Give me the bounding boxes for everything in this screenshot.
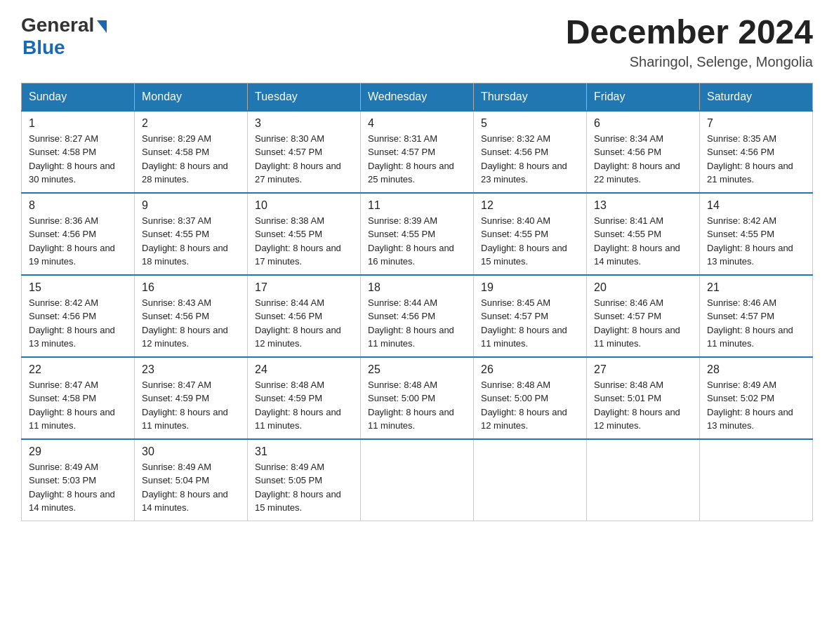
day-number: 15 — [29, 281, 127, 294]
day-number: 2 — [142, 117, 240, 130]
day-info: Sunrise: 8:47 AMSunset: 4:58 PMDaylight:… — [29, 380, 115, 431]
day-info: Sunrise: 8:49 AMSunset: 5:05 PMDaylight:… — [255, 462, 341, 514]
day-info: Sunrise: 8:42 AMSunset: 4:55 PMDaylight:… — [707, 215, 793, 267]
day-info: Sunrise: 8:34 AMSunset: 4:56 PMDaylight:… — [594, 133, 680, 185]
calendar-header-wednesday: Wednesday — [361, 83, 474, 111]
calendar-cell — [361, 439, 474, 521]
day-info: Sunrise: 8:37 AMSunset: 4:55 PMDaylight:… — [142, 215, 228, 267]
day-number: 7 — [707, 117, 805, 130]
calendar-cell: 3 Sunrise: 8:30 AMSunset: 4:57 PMDayligh… — [248, 111, 361, 193]
calendar-header-thursday: Thursday — [474, 83, 587, 111]
logo: General Blue — [21, 14, 107, 59]
calendar-table: SundayMondayTuesdayWednesdayThursdayFrid… — [21, 83, 813, 521]
month-title: December 2024 — [566, 14, 813, 51]
calendar-cell: 17 Sunrise: 8:44 AMSunset: 4:56 PMDaylig… — [248, 275, 361, 357]
day-info: Sunrise: 8:40 AMSunset: 4:55 PMDaylight:… — [481, 215, 567, 267]
day-info: Sunrise: 8:49 AMSunset: 5:03 PMDaylight:… — [29, 462, 115, 514]
day-info: Sunrise: 8:49 AMSunset: 5:04 PMDaylight:… — [142, 462, 228, 514]
day-number: 6 — [594, 117, 692, 130]
calendar-cell: 24 Sunrise: 8:48 AMSunset: 4:59 PMDaylig… — [248, 357, 361, 439]
day-info: Sunrise: 8:48 AMSunset: 5:01 PMDaylight:… — [594, 380, 680, 431]
logo-arrow-icon — [97, 20, 107, 33]
day-number: 20 — [594, 281, 692, 294]
day-number: 1 — [29, 117, 127, 130]
day-info: Sunrise: 8:32 AMSunset: 4:56 PMDaylight:… — [481, 133, 567, 185]
day-number: 28 — [707, 363, 805, 376]
calendar-cell: 30 Sunrise: 8:49 AMSunset: 5:04 PMDaylig… — [135, 439, 248, 521]
day-number: 25 — [368, 363, 466, 376]
day-number: 5 — [481, 117, 579, 130]
calendar-cell: 27 Sunrise: 8:48 AMSunset: 5:01 PMDaylig… — [587, 357, 700, 439]
day-info: Sunrise: 8:43 AMSunset: 4:56 PMDaylight:… — [142, 297, 228, 349]
calendar-cell: 16 Sunrise: 8:43 AMSunset: 4:56 PMDaylig… — [135, 275, 248, 357]
day-info: Sunrise: 8:44 AMSunset: 4:56 PMDaylight:… — [255, 297, 341, 349]
calendar-cell — [700, 439, 813, 521]
calendar-cell: 14 Sunrise: 8:42 AMSunset: 4:55 PMDaylig… — [700, 193, 813, 275]
calendar-header-monday: Monday — [135, 83, 248, 111]
calendar-cell: 21 Sunrise: 8:46 AMSunset: 4:57 PMDaylig… — [700, 275, 813, 357]
calendar-cell: 23 Sunrise: 8:47 AMSunset: 4:59 PMDaylig… — [135, 357, 248, 439]
day-info: Sunrise: 8:42 AMSunset: 4:56 PMDaylight:… — [29, 297, 115, 349]
day-info: Sunrise: 8:36 AMSunset: 4:56 PMDaylight:… — [29, 215, 115, 267]
day-info: Sunrise: 8:41 AMSunset: 4:55 PMDaylight:… — [594, 215, 680, 267]
day-info: Sunrise: 8:45 AMSunset: 4:57 PMDaylight:… — [481, 297, 567, 349]
calendar-cell: 12 Sunrise: 8:40 AMSunset: 4:55 PMDaylig… — [474, 193, 587, 275]
day-number: 26 — [481, 363, 579, 376]
calendar-cell: 10 Sunrise: 8:38 AMSunset: 4:55 PMDaylig… — [248, 193, 361, 275]
calendar-cell: 25 Sunrise: 8:48 AMSunset: 5:00 PMDaylig… — [361, 357, 474, 439]
day-info: Sunrise: 8:29 AMSunset: 4:58 PMDaylight:… — [142, 133, 228, 185]
calendar-header-tuesday: Tuesday — [248, 83, 361, 111]
location-subtitle: Sharingol, Selenge, Mongolia — [566, 54, 813, 70]
calendar-cell: 9 Sunrise: 8:37 AMSunset: 4:55 PMDayligh… — [135, 193, 248, 275]
calendar-week-row-4: 22 Sunrise: 8:47 AMSunset: 4:58 PMDaylig… — [22, 357, 813, 439]
logo-blue-text: Blue — [22, 36, 65, 59]
day-number: 10 — [255, 199, 353, 212]
day-number: 18 — [368, 281, 466, 294]
calendar-cell: 19 Sunrise: 8:45 AMSunset: 4:57 PMDaylig… — [474, 275, 587, 357]
calendar-header-friday: Friday — [587, 83, 700, 111]
calendar-cell: 8 Sunrise: 8:36 AMSunset: 4:56 PMDayligh… — [22, 193, 135, 275]
calendar-week-row-3: 15 Sunrise: 8:42 AMSunset: 4:56 PMDaylig… — [22, 275, 813, 357]
day-number: 19 — [481, 281, 579, 294]
day-info: Sunrise: 8:47 AMSunset: 4:59 PMDaylight:… — [142, 380, 228, 431]
calendar-cell: 22 Sunrise: 8:47 AMSunset: 4:58 PMDaylig… — [22, 357, 135, 439]
calendar-cell: 15 Sunrise: 8:42 AMSunset: 4:56 PMDaylig… — [22, 275, 135, 357]
day-number: 27 — [594, 363, 692, 376]
calendar-cell: 26 Sunrise: 8:48 AMSunset: 5:00 PMDaylig… — [474, 357, 587, 439]
page-header: General Blue December 2024 Sharingol, Se… — [21, 14, 813, 70]
day-info: Sunrise: 8:39 AMSunset: 4:55 PMDaylight:… — [368, 215, 454, 267]
calendar-week-row-1: 1 Sunrise: 8:27 AMSunset: 4:58 PMDayligh… — [22, 111, 813, 193]
calendar-cell: 6 Sunrise: 8:34 AMSunset: 4:56 PMDayligh… — [587, 111, 700, 193]
day-number: 9 — [142, 199, 240, 212]
calendar-cell: 4 Sunrise: 8:31 AMSunset: 4:57 PMDayligh… — [361, 111, 474, 193]
calendar-cell: 31 Sunrise: 8:49 AMSunset: 5:05 PMDaylig… — [248, 439, 361, 521]
calendar-cell: 29 Sunrise: 8:49 AMSunset: 5:03 PMDaylig… — [22, 439, 135, 521]
day-info: Sunrise: 8:35 AMSunset: 4:56 PMDaylight:… — [707, 133, 793, 185]
calendar-header-saturday: Saturday — [700, 83, 813, 111]
calendar-header-sunday: Sunday — [22, 83, 135, 111]
day-number: 13 — [594, 199, 692, 212]
day-number: 29 — [29, 445, 127, 458]
day-info: Sunrise: 8:44 AMSunset: 4:56 PMDaylight:… — [368, 297, 454, 349]
day-number: 23 — [142, 363, 240, 376]
day-info: Sunrise: 8:48 AMSunset: 5:00 PMDaylight:… — [481, 380, 567, 431]
day-number: 30 — [142, 445, 240, 458]
calendar-cell — [474, 439, 587, 521]
day-info: Sunrise: 8:46 AMSunset: 4:57 PMDaylight:… — [594, 297, 680, 349]
calendar-cell: 13 Sunrise: 8:41 AMSunset: 4:55 PMDaylig… — [587, 193, 700, 275]
day-info: Sunrise: 8:27 AMSunset: 4:58 PMDaylight:… — [29, 133, 115, 185]
calendar-cell: 11 Sunrise: 8:39 AMSunset: 4:55 PMDaylig… — [361, 193, 474, 275]
day-number: 22 — [29, 363, 127, 376]
calendar-week-row-5: 29 Sunrise: 8:49 AMSunset: 5:03 PMDaylig… — [22, 439, 813, 521]
day-number: 24 — [255, 363, 353, 376]
day-info: Sunrise: 8:30 AMSunset: 4:57 PMDaylight:… — [255, 133, 341, 185]
day-number: 11 — [368, 199, 466, 212]
day-info: Sunrise: 8:48 AMSunset: 5:00 PMDaylight:… — [368, 380, 454, 431]
day-number: 14 — [707, 199, 805, 212]
calendar-cell: 2 Sunrise: 8:29 AMSunset: 4:58 PMDayligh… — [135, 111, 248, 193]
day-info: Sunrise: 8:49 AMSunset: 5:02 PMDaylight:… — [707, 380, 793, 431]
calendar-week-row-2: 8 Sunrise: 8:36 AMSunset: 4:56 PMDayligh… — [22, 193, 813, 275]
calendar-cell: 18 Sunrise: 8:44 AMSunset: 4:56 PMDaylig… — [361, 275, 474, 357]
calendar-cell — [587, 439, 700, 521]
day-number: 8 — [29, 199, 127, 212]
